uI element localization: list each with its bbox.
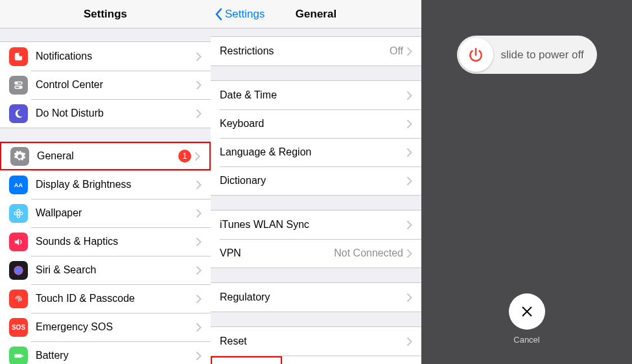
settings-row-wallpaper[interactable]: Wallpaper	[0, 199, 211, 227]
chevron-right-icon	[196, 352, 202, 360]
power-off-slider[interactable]: slide to power off	[457, 36, 597, 74]
svg-rect-13	[14, 354, 21, 358]
general-row-regulatory[interactable]: Regulatory	[211, 283, 421, 312]
general-row-datetime[interactable]: Date & Time	[211, 81, 421, 109]
settings-row-sounds[interactable]: Sounds & Haptics	[0, 227, 211, 256]
row-label: Reset	[220, 336, 407, 347]
general-group-a: Restrictions Off	[211, 36, 421, 66]
row-label: Notifications	[36, 51, 196, 62]
close-icon	[520, 304, 534, 319]
general-group-c: iTunes WLAN Sync VPN Not Connected	[211, 210, 421, 268]
gear-icon	[10, 147, 29, 166]
row-label: Language & Region	[220, 146, 407, 158]
svg-point-12	[14, 266, 23, 275]
display-icon: AA	[9, 176, 28, 194]
notification-badge: 1	[178, 150, 191, 163]
general-row-restrictions[interactable]: Restrictions Off	[211, 37, 421, 65]
settings-group-2: General 1 AA Display & Brightness Wallpa…	[0, 141, 211, 364]
settings-row-touchid[interactable]: Touch ID & Passcode	[0, 284, 211, 313]
row-detail: Off	[390, 45, 403, 57]
power-icon	[467, 47, 484, 63]
chevron-right-icon	[196, 181, 202, 189]
row-label: Keyboard	[220, 118, 407, 130]
chevron-right-icon	[195, 152, 200, 161]
svg-point-7	[17, 212, 19, 214]
power-knob[interactable]	[459, 38, 493, 72]
row-label: Regulatory	[220, 291, 407, 303]
cancel-button[interactable]	[509, 293, 545, 330]
settings-row-control-center[interactable]: Control Center	[0, 71, 211, 99]
general-navbar: Settings General	[211, 0, 421, 28]
back-label: Settings	[225, 8, 264, 21]
svg-point-5	[19, 86, 21, 87]
settings-group-1: Notifications Control Center Do Not Dist…	[0, 41, 211, 128]
general-group-d: Regulatory	[211, 282, 421, 312]
settings-row-battery[interactable]: Battery	[0, 341, 211, 364]
chevron-right-icon	[196, 209, 202, 218]
chevron-right-icon	[196, 81, 202, 89]
settings-title: Settings	[84, 8, 127, 21]
row-detail: Not Connected	[334, 247, 403, 259]
sounds-icon	[9, 233, 28, 251]
row-label: Emergency SOS	[36, 321, 196, 333]
chevron-right-icon	[196, 266, 202, 275]
svg-point-4	[16, 82, 18, 84]
dnd-icon	[9, 104, 28, 123]
chevron-right-icon	[196, 295, 202, 303]
touchid-icon	[9, 290, 28, 308]
settings-row-siri[interactable]: Siri & Search	[0, 256, 211, 284]
row-label: General	[37, 150, 178, 162]
settings-row-dnd[interactable]: Do Not Disturb	[0, 99, 211, 128]
wallpaper-icon	[9, 204, 28, 223]
general-row-reset[interactable]: Reset	[211, 327, 421, 356]
row-label: Date & Time	[220, 89, 407, 101]
general-row-keyboard[interactable]: Keyboard	[211, 109, 421, 138]
chevron-right-icon	[196, 323, 202, 332]
shutdown-highlight: Shut Down	[211, 356, 282, 364]
cancel-label: Cancel	[513, 335, 539, 345]
general-row-language[interactable]: Language & Region	[211, 138, 421, 166]
row-label: VPN	[220, 247, 334, 259]
row-label: Restrictions	[220, 45, 390, 57]
row-label: iTunes WLAN Sync	[220, 219, 407, 231]
row-label: Touch ID & Passcode	[36, 293, 196, 304]
chevron-right-icon	[407, 337, 412, 346]
settings-row-notifications[interactable]: Notifications	[0, 42, 211, 71]
row-label: Sounds & Haptics	[36, 236, 196, 247]
general-panel: Settings General Restrictions Off Date &…	[211, 0, 421, 364]
svg-text:AA: AA	[14, 182, 23, 188]
power-off-panel: slide to power off Cancel	[421, 0, 632, 364]
svg-point-11	[20, 212, 23, 214]
siri-icon	[9, 261, 28, 280]
slide-text: slide to power off	[501, 49, 584, 62]
settings-row-general[interactable]: General 1	[0, 142, 211, 170]
row-label: Control Center	[36, 79, 196, 91]
control-center-icon	[9, 76, 28, 95]
chevron-left-icon	[215, 8, 222, 21]
general-row-vpn[interactable]: VPN Not Connected	[211, 239, 421, 267]
row-label: Display & Brightness	[36, 179, 196, 190]
svg-point-8	[17, 209, 19, 212]
chevron-right-icon	[407, 177, 412, 185]
settings-navbar: Settings	[0, 0, 211, 28]
general-row-itunes-sync[interactable]: iTunes WLAN Sync	[211, 210, 421, 239]
chevron-right-icon	[407, 221, 412, 229]
general-group-b: Date & Time Keyboard Language & Region D…	[211, 80, 421, 196]
row-label: Do Not Disturb	[36, 108, 196, 119]
row-label: Siri & Search	[36, 264, 196, 276]
chevron-right-icon	[407, 293, 412, 302]
chevron-right-icon	[196, 109, 202, 118]
cancel-area: Cancel	[421, 293, 632, 345]
chevron-right-icon	[407, 47, 412, 56]
shutdown-button[interactable]: Shut Down	[212, 358, 281, 364]
chevron-right-icon	[196, 52, 202, 61]
svg-point-1	[19, 52, 23, 56]
chevron-right-icon	[196, 238, 202, 246]
general-row-dictionary[interactable]: Dictionary	[211, 166, 421, 195]
back-button[interactable]: Settings	[211, 8, 264, 21]
settings-row-sos[interactable]: SOS Emergency SOS	[0, 313, 211, 341]
chevron-right-icon	[407, 120, 412, 128]
notifications-icon	[9, 47, 28, 66]
settings-row-display[interactable]: AA Display & Brightness	[0, 170, 211, 199]
svg-point-9	[17, 214, 19, 217]
